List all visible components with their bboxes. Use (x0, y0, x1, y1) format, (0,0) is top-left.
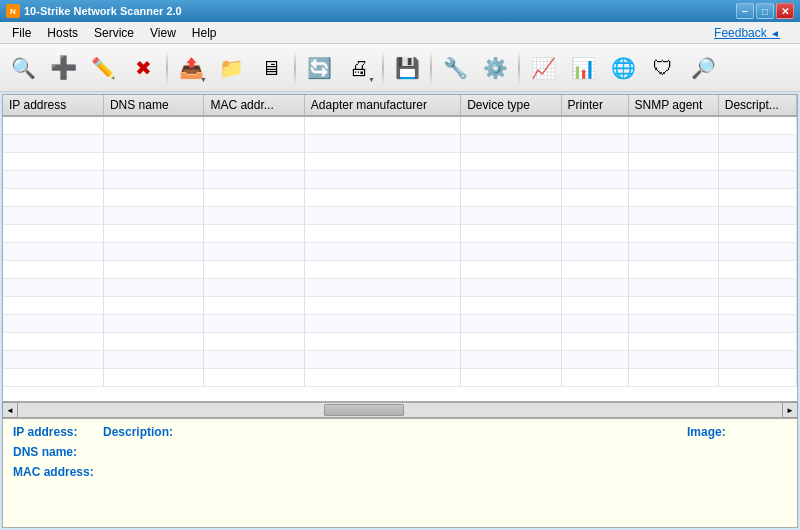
refresh-button[interactable]: 🔄 (300, 48, 338, 88)
col-description: Descript... (718, 95, 796, 116)
horizontal-scrollbar[interactable]: ◄ ► (2, 402, 798, 418)
menu-file[interactable]: File (4, 24, 39, 42)
table-row[interactable] (3, 368, 797, 386)
print-dropdown-arrow: ▼ (368, 76, 375, 83)
menu-view[interactable]: View (142, 24, 184, 42)
search-icon: 🔎 (691, 58, 716, 78)
dns-name-label: DNS name: (13, 445, 103, 459)
table-row[interactable] (3, 152, 797, 170)
globe-icon: 🌐 (611, 58, 636, 78)
results-data-table: IP address DNS name MAC addr... Adapter … (3, 95, 797, 387)
feedback-arrow-icon: ◄ (770, 28, 780, 39)
add-host-button[interactable]: ➕ (44, 48, 82, 88)
dropdown-arrow: ▼ (200, 76, 207, 83)
tools-icon: 🔧 (443, 58, 468, 78)
table-row[interactable] (3, 134, 797, 152)
table-row[interactable] (3, 332, 797, 350)
table-row[interactable] (3, 350, 797, 368)
settings-button[interactable]: ⚙️ (476, 48, 514, 88)
add-icon: ➕ (50, 57, 77, 79)
app-title: 10-Strike Network Scanner 2.0 (24, 5, 736, 17)
screen-icon: 🖥 (261, 58, 281, 78)
folder-icon: 📁 (219, 58, 244, 78)
scan-button[interactable]: 🔍 (4, 48, 42, 88)
col-mac-addr: MAC addr... (204, 95, 304, 116)
info-row-ip: IP address: Description: Image: (13, 425, 787, 439)
mac-address-label: MAC address: (13, 465, 103, 479)
delete-icon: ✖ (135, 58, 152, 78)
description-col: Description: (103, 425, 687, 439)
print-button[interactable]: 🖨 ▼ (340, 48, 378, 88)
info-row-mac: MAC address: (13, 465, 787, 479)
table-row[interactable] (3, 278, 797, 296)
table-row[interactable] (3, 314, 797, 332)
settings-icon: ⚙️ (483, 58, 508, 78)
save-icon: 💾 (395, 58, 420, 78)
app-icon: N (6, 4, 20, 18)
separator-3 (382, 50, 384, 86)
col-printer: Printer (561, 95, 628, 116)
col-device-type: Device type (461, 95, 561, 116)
col-ip-address: IP address (3, 95, 103, 116)
minimize-button[interactable]: − (736, 3, 754, 19)
info-row-dns: DNS name: (13, 445, 787, 459)
title-bar: N 10-Strike Network Scanner 2.0 − □ ✕ (0, 0, 800, 22)
menu-bar: File Hosts Service View Help Feedback ◄ (0, 22, 800, 44)
edit-icon: ✏️ (91, 58, 116, 78)
screen-button[interactable]: 🖥 (252, 48, 290, 88)
save-button[interactable]: 💾 (388, 48, 426, 88)
chart-icon: 📊 (571, 58, 596, 78)
description-label: Description: (103, 425, 193, 439)
window-controls: − □ ✕ (736, 3, 794, 19)
close-button[interactable]: ✕ (776, 3, 794, 19)
image-label: Image: (687, 425, 726, 439)
globe-button[interactable]: 🌐 (604, 48, 642, 88)
table-row[interactable] (3, 296, 797, 314)
col-dns-name: DNS name (103, 95, 203, 116)
table-row[interactable] (3, 224, 797, 242)
col-snmp-agent: SNMP agent (628, 95, 718, 116)
tools-button[interactable]: 🔧 (436, 48, 474, 88)
export-button[interactable]: 📤 ▼ (172, 48, 210, 88)
chart-button[interactable]: 📊 (564, 48, 602, 88)
scroll-track[interactable] (18, 403, 782, 417)
separator-2 (294, 50, 296, 86)
refresh-icon: 🔄 (307, 58, 332, 78)
menu-hosts[interactable]: Hosts (39, 24, 86, 42)
toolbar: 🔍 ➕ ✏️ ✖ 📤 ▼ 📁 🖥 🔄 🖨 ▼ 💾 🔧 ⚙️ 📈 📊 (0, 44, 800, 92)
graph-button[interactable]: 📈 (524, 48, 562, 88)
scroll-right-button[interactable]: ► (782, 402, 798, 418)
table-row[interactable] (3, 170, 797, 188)
table-row[interactable] (3, 116, 797, 134)
graph-icon: 📈 (531, 58, 556, 78)
folder-button[interactable]: 📁 (212, 48, 250, 88)
detail-panel: IP address: Description: Image: DNS name… (2, 418, 798, 528)
maximize-button[interactable]: □ (756, 3, 774, 19)
separator-4 (430, 50, 432, 86)
scan-icon: 🔍 (11, 58, 36, 78)
menu-help[interactable]: Help (184, 24, 225, 42)
table-header-row: IP address DNS name MAC addr... Adapter … (3, 95, 797, 116)
shield-icon: 🛡 (653, 58, 673, 78)
table-row[interactable] (3, 260, 797, 278)
export-icon: 📤 (179, 58, 204, 78)
separator-5 (518, 50, 520, 86)
col-adapter-mfr: Adapter manufacturer (304, 95, 460, 116)
main-content: IP address DNS name MAC addr... Adapter … (0, 92, 800, 530)
scan-results-table[interactable]: IP address DNS name MAC addr... Adapter … (2, 94, 798, 402)
table-row[interactable] (3, 188, 797, 206)
edit-button[interactable]: ✏️ (84, 48, 122, 88)
image-col: Image: (687, 425, 787, 439)
shield-button[interactable]: 🛡 (644, 48, 682, 88)
scroll-thumb[interactable] (324, 404, 404, 416)
search-button[interactable]: 🔎 (684, 48, 722, 88)
scroll-left-button[interactable]: ◄ (2, 402, 18, 418)
ip-address-label: IP address: (13, 425, 103, 439)
delete-button[interactable]: ✖ (124, 48, 162, 88)
feedback-link[interactable]: Feedback ◄ (714, 26, 780, 40)
table-row[interactable] (3, 206, 797, 224)
table-row[interactable] (3, 242, 797, 260)
separator-1 (166, 50, 168, 86)
menu-service[interactable]: Service (86, 24, 142, 42)
print-icon: 🖨 (349, 58, 369, 78)
